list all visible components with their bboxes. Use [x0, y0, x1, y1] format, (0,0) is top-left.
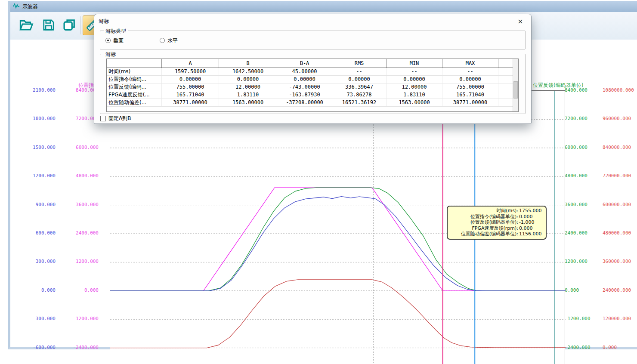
axis-tick-label: 120000.000 [603, 316, 637, 322]
axis-tick-label: 480000.000 [603, 230, 637, 236]
tooltip-value: 0.000 [518, 225, 543, 231]
value-cell: -37208.00000 [277, 99, 332, 106]
table-header-cell: B [219, 59, 277, 68]
table-row[interactable]: 位置指令(编码...0.000000.000000.000000.000000.… [107, 75, 514, 83]
value-cell: 755.00000 [442, 83, 498, 91]
window-button[interactable] [59, 15, 79, 35]
value-cell: -- [442, 68, 498, 75]
value-cell: 12.00000 [387, 83, 442, 91]
axis-tick-label: 1500.000 [25, 145, 56, 151]
tooltip-label: 位置随动偏差(编码器单位): [450, 231, 518, 237]
axis-tick-label: 1800.000 [25, 116, 56, 122]
value-cell: 16521.36192 [332, 99, 387, 106]
axis-tick-label: 2400.000 [68, 230, 99, 236]
title-bar[interactable]: 示波器 [10, 1, 637, 12]
value-cell: -163.87930 [277, 91, 332, 99]
table-row[interactable]: 时间(ms)1597.500001642.5000045.00000------ [107, 68, 514, 75]
value-cell: 12.00000 [219, 83, 277, 91]
value-cell: 336.39647 [332, 83, 387, 91]
tooltip-line: 位置指令(编码器单位): 0.000 [450, 214, 543, 220]
value-cell: 165.71040 [162, 91, 219, 99]
tooltip-value: 1156.000 [518, 231, 543, 237]
value-cell: 1597.50000 [162, 68, 219, 75]
axis-tick-label: 0.000 [25, 287, 56, 293]
table-row[interactable]: 位置随动偏差(...38771.000001563.00000-37208.00… [107, 99, 514, 106]
axis-tick-label: 840000.000 [603, 145, 637, 151]
cursor-type-group: 游标类型 垂直 水平 [100, 31, 526, 49]
tooltip-line: 位置随动偏差(编码器单位): 1156.000 [450, 231, 543, 237]
close-icon[interactable]: × [516, 17, 525, 26]
axis-tick-label: 600.000 [25, 230, 56, 236]
radio-horizontal[interactable]: 水平 [160, 37, 178, 43]
table-header-cell [498, 59, 514, 68]
axis-tick-label: 0.000 [603, 345, 637, 351]
axis-tick-label: 2400.000 [565, 230, 602, 236]
value-cell: 73.86278 [332, 91, 387, 99]
tooltip-label: FPGA速度反馈(rpm): [450, 225, 518, 231]
tooltip-label: 位置指令(编码器单位): [450, 214, 518, 220]
tooltip-label: 位置反馈(编码器单位): [450, 219, 518, 225]
cursor-values-group-label: 游标 [104, 51, 118, 58]
axis-tick-label: 600000.000 [603, 202, 637, 208]
axis-tick-label: 1200.000 [565, 259, 602, 265]
value-cell: 0.00000 [162, 75, 219, 83]
radio-horizontal-label: 水平 [167, 37, 178, 44]
radio-vertical[interactable]: 垂直 [105, 37, 124, 43]
radio-unselected-icon [160, 38, 165, 43]
axis-label-pos-fb: 位置反馈(编码器单位) [533, 82, 583, 89]
table-row[interactable]: 位置反馈(编码...755.0000012.00000-743.00000336… [107, 83, 514, 91]
tooltip-line: FPGA速度反馈(rpm): 0.000 [450, 225, 543, 231]
empty-cell [498, 75, 514, 83]
value-cell: 1642.50000 [219, 68, 277, 75]
radio-vertical-label: 垂直 [113, 37, 124, 44]
empty-cell [498, 91, 514, 99]
table-header-cell: RMS [332, 59, 387, 68]
tooltip-label: 时间(ms): [450, 208, 518, 214]
tooltip-value: 1755.000 [518, 208, 543, 214]
cursor-dialog: 游标 × 游标类型 垂直 水平 游标 ABB-ARMSMINMAX时间(ms)1… [94, 14, 532, 124]
axis-tick-label: 3600.000 [565, 202, 602, 208]
cursor-type-group-label: 游标类型 [104, 28, 128, 35]
value-cell: 0.00000 [277, 75, 332, 83]
window-title: 示波器 [22, 3, 38, 10]
axis-tick-label: 4800.000 [68, 173, 99, 179]
value-tooltip: 时间(ms): 1755.000位置指令(编码器单位): 0.000位置反馈(编… [447, 206, 547, 240]
fix-a-to-b-checkbox[interactable]: 固定A到B [100, 115, 131, 122]
value-cell: -- [332, 68, 387, 75]
toolbar-separator [80, 16, 80, 34]
axis-tick-label: -2400.000 [565, 345, 602, 351]
table-scrollbar[interactable] [513, 59, 518, 111]
value-cell: 0.00000 [332, 75, 387, 83]
save-icon [42, 19, 55, 33]
open-button[interactable] [16, 15, 36, 35]
axis-tick-label: 1080000.000 [603, 87, 637, 93]
row-label-cell: FPGA速度反馈(... [107, 91, 162, 99]
axis-tick-label: 900.000 [25, 202, 56, 208]
cursor-values-group: 游标 ABB-ARMSMINMAX时间(ms)1597.500001642.50… [100, 54, 526, 114]
axis-tick-label: 6000.000 [565, 145, 602, 151]
save-button[interactable] [39, 15, 59, 35]
value-cell: -- [387, 68, 442, 75]
empty-cell [498, 83, 514, 91]
waveform-icon [13, 3, 20, 11]
value-cell: 38771.00000 [162, 99, 219, 106]
table-header-cell: MIN [387, 59, 442, 68]
axis-tick-label: -300.000 [25, 316, 56, 322]
value-cell: -743.00000 [277, 83, 332, 91]
value-cell: 0.00000 [442, 75, 498, 83]
tooltip-value: -1.000 [518, 219, 543, 225]
axis-tick-label: -1200.000 [565, 316, 602, 322]
table-row[interactable]: FPGA速度反馈(...165.710401.83110-163.8793073… [107, 91, 514, 99]
axis-tick-label: 7200.000 [565, 116, 602, 122]
axis-tick-label: -600.000 [25, 345, 56, 351]
axis-tick-label: 300.000 [25, 259, 56, 265]
axis-tick-label: 360000.000 [603, 259, 637, 265]
value-cell: 1563.00000 [219, 99, 277, 106]
table-header-cell: MAX [442, 59, 498, 68]
tooltip-value: 0.000 [518, 214, 543, 220]
table-scrollbar-thumb[interactable] [513, 81, 518, 99]
open-folder-icon [19, 19, 34, 33]
table-header-cell: B-A [277, 59, 332, 68]
value-cell: 0.00000 [219, 75, 277, 83]
axis-tick-label: 720000.000 [603, 173, 637, 179]
